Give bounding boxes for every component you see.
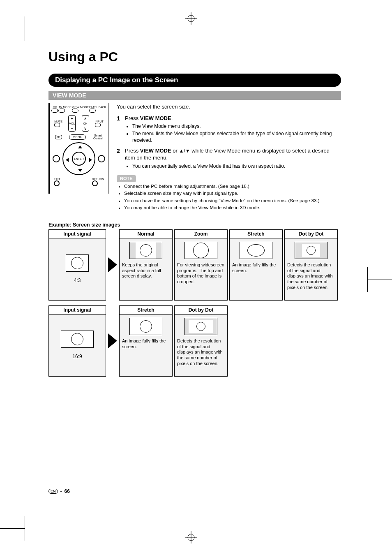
cell-header: Stretch: [230, 230, 282, 238]
remote-label: VIEW MODE: [72, 106, 89, 109]
signal-label: 16:9: [72, 354, 82, 359]
dpad-icon: ENTER: [62, 142, 95, 175]
big-arrow-icon: [108, 257, 117, 272]
step-bullet: The menu lists the View Mode options sel…: [132, 130, 341, 143]
mode-cell-zoom: Zoom For viewing widescreen programs. Th…: [174, 229, 228, 301]
input-signal-cell: Input signal 4:3: [48, 229, 106, 301]
step-1: 1 Press VIEW MODE. The View Mode menu di…: [117, 115, 341, 144]
step-text: Press VIEW MODE.: [125, 115, 173, 121]
cell-desc: Detects the resolution of the signal and…: [287, 262, 335, 291]
signal-label: 4:3: [74, 278, 81, 283]
page-number: 66: [65, 488, 70, 494]
pillarbox-screen-icon: [129, 242, 162, 259]
remote-label: MUTE: [54, 120, 62, 123]
note-item: Connect the PC before making adjustments…: [124, 183, 341, 190]
section-heading: Displaying a PC Image on the Screen: [48, 74, 341, 87]
dotbydot-screen-icon: [295, 242, 327, 259]
return-button-icon: [92, 180, 98, 186]
arrow-up-icon: [78, 146, 82, 148]
step-number: 1: [117, 115, 120, 123]
crop-mark-icon: [367, 267, 368, 292]
remote-label: RETURN: [92, 178, 104, 180]
cell-desc: An image fully fills the screen.: [122, 338, 170, 350]
three-d-button-icon: 3D: [55, 135, 62, 139]
page: Using a PC Displaying a PC Image on the …: [0, 0, 392, 555]
arrow-right-icon: [89, 158, 92, 162]
stretch-screen-icon: [240, 242, 272, 259]
cell-desc: Keeps the original aspect ratio in a ful…: [122, 262, 170, 279]
arrow-left-icon: [66, 158, 69, 162]
cc-button-icon: [51, 109, 58, 113]
mode-cell-dotbydot: Dot by Dot Detects the resolution of the…: [284, 229, 338, 301]
note-item: Selectable screen size may vary with inp…: [124, 190, 341, 197]
remote-label: CH: [83, 122, 87, 125]
zoom-screen-icon: [184, 242, 217, 259]
registration-mark-top-icon: [185, 12, 197, 25]
enter-button-icon: ENTER: [72, 152, 86, 166]
avmode-button-icon: [58, 109, 65, 113]
ellipse-icon: [247, 244, 265, 257]
registration-mark-bottom-icon: [185, 531, 197, 543]
note-tag: NOTE: [117, 175, 136, 182]
cell-header: Dot by Dot: [175, 306, 227, 314]
footer-sep: -: [60, 488, 62, 494]
circle-icon: [307, 246, 316, 255]
mode-cell-stretch: Stretch An image fully fills the screen.: [119, 305, 173, 377]
big-arrow-icon: [108, 333, 117, 348]
crop-mark-icon: [25, 516, 25, 541]
ch-rocker-icon: ∧CH∨: [82, 115, 89, 132]
updown-arrows-icon: ▲/▼: [179, 148, 190, 154]
remote-label: AV MODE: [58, 106, 71, 109]
cell-header: Dot by Dot: [285, 230, 337, 238]
example-row-43: Input signal 4:3 Normal Keeps the origin…: [48, 229, 341, 301]
circle-icon: [71, 257, 83, 269]
cell-header: Input signal: [49, 306, 106, 314]
language-badge: EN: [48, 489, 58, 494]
crop-mark-icon: [25, 16, 25, 41]
arrow-sep: [108, 305, 118, 377]
crop-mark-icon: [367, 280, 392, 280]
step-bullet: You can sequentially select a View Mode …: [132, 163, 341, 169]
example-title: Example: Screen size images: [48, 222, 341, 228]
cell-header: Stretch: [120, 306, 172, 314]
step-text-frag: Press: [125, 115, 140, 121]
circle-icon: [193, 243, 209, 258]
cell-desc: Detects the resolution of the signal and…: [177, 338, 225, 367]
circle-icon: [140, 244, 152, 257]
viewmode-button-icon: [72, 109, 78, 113]
page-title: Using a PC: [48, 49, 341, 65]
instructions-column: You can select the screen size. 1 Press …: [117, 103, 341, 212]
step-text-bold: VIEW MODE: [140, 115, 171, 121]
circle-icon: [140, 320, 152, 333]
cell-desc: An image fully fills the screen.: [232, 262, 280, 274]
mute-button-icon: [54, 123, 60, 127]
circle-icon: [71, 333, 83, 345]
step-bullet: The View Mode menu displays.: [132, 123, 341, 130]
step-text: Press VIEW MODE or ▲/▼ while the View Mo…: [125, 148, 330, 161]
mode-cell-stretch: Stretch An image fully fills the screen.: [229, 229, 283, 301]
flashback-button-icon: [89, 109, 96, 113]
intro-text: You can select the screen size.: [117, 103, 341, 111]
smart-ring-icon: [98, 155, 105, 162]
circle-icon: [196, 322, 205, 331]
three-d-ring-icon: [53, 155, 60, 162]
remote-illustration: CC AV MODE VIEW MODE FLASHBACK MUTE +VOL…: [48, 103, 109, 212]
step-text-frag: Press: [125, 148, 140, 154]
remote-label: EXIT: [54, 178, 60, 180]
input-button-icon: [95, 123, 101, 127]
exit-button-icon: [54, 180, 60, 186]
crop-mark-icon: [0, 29, 25, 29]
remote-label: CC: [51, 106, 58, 109]
crop-mark-icon: [0, 528, 25, 529]
page-footer: EN - 66: [48, 488, 70, 494]
dotbydot-screen-icon: [184, 318, 217, 335]
remote-label: INPUT: [95, 120, 104, 123]
subsection-heading: VIEW MODE: [48, 91, 341, 100]
example-row-169: Input signal 16:9 Stretch An image fully…: [48, 305, 341, 377]
screen-43-icon: [66, 254, 89, 272]
mode-cell-normal: Normal Keeps the original aspect ratio i…: [119, 229, 173, 301]
step-number: 2: [117, 147, 120, 155]
step-2: 2 Press VIEW MODE or ▲/▼ while the View …: [117, 147, 341, 169]
cell-desc: For viewing widescreen programs. The top…: [177, 262, 225, 285]
stretch-screen-icon: [129, 318, 162, 335]
